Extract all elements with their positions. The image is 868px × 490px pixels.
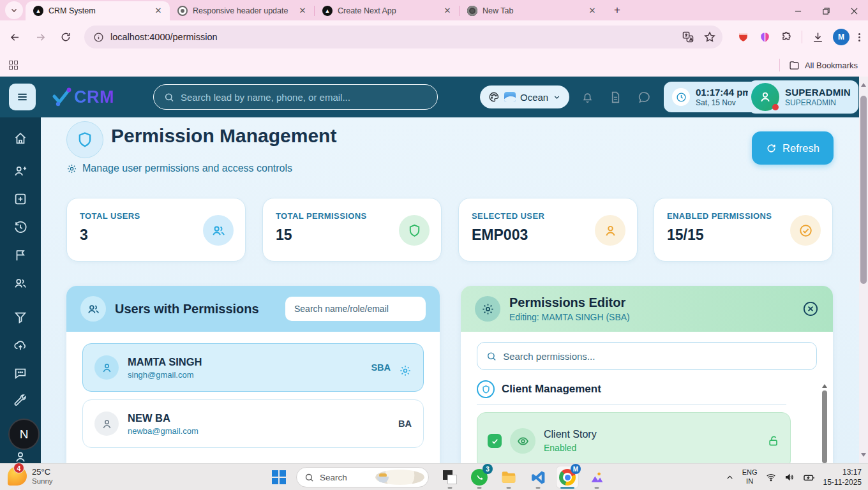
permission-status: Enabled: [544, 443, 597, 453]
user-icon: [595, 215, 625, 246]
forward-button[interactable]: [29, 26, 51, 48]
add-user-icon[interactable]: [13, 164, 27, 178]
apps-grid-icon[interactable]: [9, 61, 18, 70]
window-close-button[interactable]: [840, 1, 868, 20]
menu-hamburger-button[interactable]: [9, 84, 36, 110]
volume-icon[interactable]: [784, 472, 795, 482]
user-role-badge: SBA: [371, 362, 391, 373]
shield-icon: [399, 215, 430, 246]
crm-logo[interactable]: CRM: [50, 85, 114, 108]
tab-crm-system[interactable]: ▲ CRM System ✕: [26, 1, 170, 20]
all-bookmarks-button[interactable]: All Bookmarks: [789, 60, 868, 71]
tray-chevron-up-icon[interactable]: [726, 473, 734, 482]
user-avatar: [94, 355, 119, 380]
tab-search-chevron-icon[interactable]: [5, 1, 23, 19]
notifications-bell-icon[interactable]: [581, 91, 594, 104]
reload-button[interactable]: [55, 26, 77, 48]
window-minimize-button[interactable]: [784, 1, 812, 20]
unlock-icon[interactable]: [767, 434, 780, 447]
refresh-button[interactable]: Refresh: [752, 131, 834, 165]
downloads-icon[interactable]: [811, 31, 824, 43]
folder-icon: [789, 60, 800, 71]
editor-scrollbar[interactable]: [821, 382, 828, 463]
taskbar-app-icons: 3 M: [439, 466, 608, 488]
tools-wrench-icon[interactable]: [13, 394, 27, 408]
site-info-icon[interactable]: [93, 32, 104, 43]
tab-create-next-app[interactable]: ▲ Create Next App ✕: [315, 1, 459, 20]
flag-icon[interactable]: [13, 248, 27, 262]
checkbox-checked-icon[interactable]: [488, 434, 502, 448]
scroll-up-arrow[interactable]: [861, 80, 866, 87]
browser-profile-avatar[interactable]: M: [833, 29, 849, 45]
tab-responsive-header[interactable]: Responsive header update ✕: [170, 1, 314, 20]
chat-icon[interactable]: [638, 91, 651, 104]
bookmark-star-icon[interactable]: [703, 31, 716, 43]
gear-icon[interactable]: [399, 364, 412, 377]
lead-search-input[interactable]: [181, 92, 427, 103]
filter-icon[interactable]: [13, 310, 27, 324]
translate-icon[interactable]: [682, 31, 694, 43]
vscode-icon[interactable]: [527, 466, 549, 488]
weather-widget[interactable]: 4 25°C Sunny: [8, 466, 53, 486]
lead-search-box[interactable]: [153, 84, 438, 110]
tray-clock[interactable]: 13:17 15-11-2025: [823, 467, 862, 487]
tab-title: Responsive header update: [193, 6, 292, 15]
profile-icon[interactable]: [13, 450, 27, 464]
user-name: NEW BA: [128, 412, 198, 424]
page-scrollbar[interactable]: [859, 77, 868, 463]
home-icon[interactable]: [13, 131, 27, 145]
snipping-app-icon[interactable]: [439, 466, 461, 488]
taskbar-search-box[interactable]: Search: [296, 467, 429, 487]
cloud-upload-icon[interactable]: [13, 338, 27, 352]
adblock-extension-icon[interactable]: [737, 31, 749, 43]
user-card-mamta-singh[interactable]: MAMTA SINGH singh@gmail.com SBA: [82, 343, 424, 392]
permission-name: Client Story: [544, 429, 597, 440]
extensions-puzzle-icon[interactable]: [780, 31, 793, 43]
scroll-down-arrow[interactable]: [861, 453, 866, 459]
url-text[interactable]: localhost:4000/permission: [110, 32, 673, 42]
purple-app-icon[interactable]: [586, 466, 608, 488]
address-bar[interactable]: localhost:4000/permission: [84, 26, 722, 48]
permissions-search-input[interactable]: [503, 351, 807, 362]
tab-new-tab[interactable]: New Tab ✕: [460, 1, 604, 20]
user-avatar: [751, 83, 779, 111]
clock-icon: [672, 88, 690, 106]
palette-icon: [488, 91, 500, 103]
theme-selector[interactable]: Ocean: [480, 85, 569, 108]
tab-close-icon[interactable]: ✕: [153, 6, 163, 16]
battery-icon[interactable]: [803, 471, 815, 484]
documents-icon[interactable]: [609, 91, 622, 104]
chrome-icon[interactable]: M: [557, 466, 578, 488]
user-card-new-ba[interactable]: NEW BA newba@gmail.com BA: [82, 399, 424, 448]
windows-start-button[interactable]: [272, 470, 286, 484]
scroll-thumb[interactable]: [860, 96, 867, 284]
shield-icon: [477, 380, 495, 398]
floating-notification-bubble[interactable]: N: [8, 419, 40, 450]
browser-menu-icon[interactable]: [858, 33, 860, 41]
permissions-search-box[interactable]: [477, 342, 817, 370]
close-icon[interactable]: [802, 301, 819, 317]
messages-icon[interactable]: [13, 366, 27, 380]
wifi-icon[interactable]: [766, 472, 776, 482]
window-restore-button[interactable]: [812, 1, 840, 20]
users-icon[interactable]: [13, 276, 27, 290]
tab-close-icon[interactable]: ✕: [297, 6, 308, 16]
language-indicator[interactable]: ENG IN: [742, 468, 758, 486]
clock-widget[interactable]: 01:17:44 pm Sat, 15 Nov: [664, 82, 760, 112]
browser-toolbar: localhost:4000/permission M: [0, 20, 868, 54]
permission-card-client-story[interactable]: Client Story Enabled: [477, 412, 791, 463]
windows-taskbar: 4 25°C Sunny Search 3: [0, 463, 868, 490]
back-button[interactable]: [4, 26, 26, 48]
add-item-icon[interactable]: [13, 192, 27, 206]
tab-close-icon[interactable]: ✕: [587, 6, 597, 16]
users-icon: [80, 296, 106, 322]
user-profile-widget[interactable]: SUPERADMIN SUPERADMIN: [748, 80, 858, 114]
new-tab-button[interactable]: +: [609, 2, 625, 19]
whatsapp-icon[interactable]: 3: [468, 466, 490, 488]
users-panel-title: Users with Permissions: [115, 302, 259, 316]
brain-extension-icon[interactable]: [758, 31, 771, 43]
file-explorer-icon[interactable]: [498, 466, 520, 488]
user-search-input[interactable]: [285, 297, 426, 321]
history-icon[interactable]: [13, 220, 27, 234]
tab-close-icon[interactable]: ✕: [442, 6, 453, 16]
